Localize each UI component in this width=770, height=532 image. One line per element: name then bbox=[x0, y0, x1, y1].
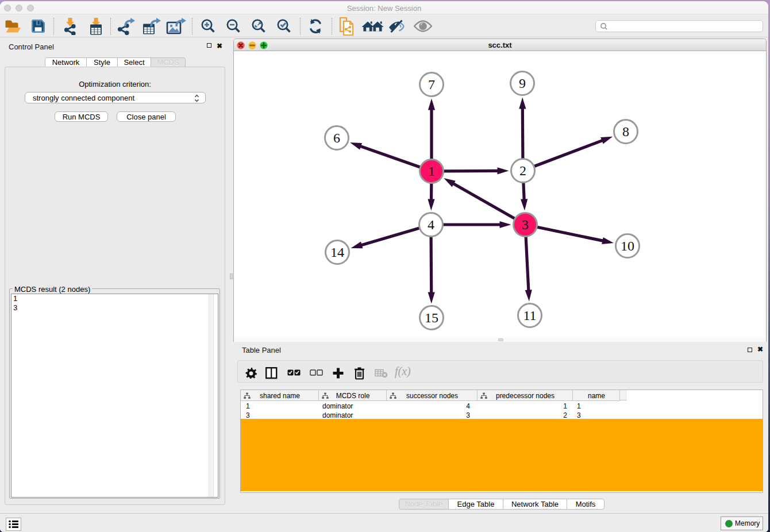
svg-text:3: 3 bbox=[522, 217, 529, 232]
svg-text:11: 11 bbox=[523, 308, 536, 323]
svg-text:14: 14 bbox=[330, 245, 344, 260]
svg-text:7: 7 bbox=[428, 77, 435, 92]
svg-text:6: 6 bbox=[333, 130, 340, 145]
svg-text:4: 4 bbox=[428, 217, 434, 232]
svg-text:10: 10 bbox=[621, 238, 634, 253]
svg-text:1: 1 bbox=[428, 164, 435, 179]
svg-text:2: 2 bbox=[519, 163, 526, 178]
svg-text:8: 8 bbox=[622, 124, 629, 139]
svg-text:15: 15 bbox=[425, 310, 438, 325]
svg-text:9: 9 bbox=[519, 76, 526, 91]
